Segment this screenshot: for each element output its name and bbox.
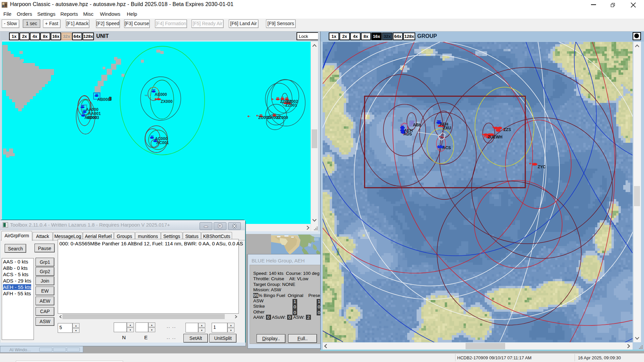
svg-text:AE000: AE000: [155, 92, 167, 97]
svg-text:ADS: ADS: [404, 132, 412, 136]
svg-text:ZZS: ZZS: [503, 127, 511, 132]
svg-text:ABb: ABb: [413, 123, 421, 127]
svg-text:AB008: AB008: [97, 97, 110, 102]
svg-text:AC001: AC001: [156, 140, 169, 145]
svg-text:ZUEWH: ZUEWH: [488, 135, 502, 139]
svg-text:ZYC: ZYC: [538, 165, 546, 169]
svg-text:ZZ001: ZZ001: [285, 103, 297, 108]
svg-text:ZX000: ZX000: [161, 99, 173, 104]
svg-text:AD003: AD003: [87, 115, 99, 120]
svg-text:ZZ009: ZZ009: [276, 115, 288, 120]
svg-text:ZXU: ZXU: [443, 126, 451, 130]
svg-text:ACS: ACS: [442, 145, 451, 150]
